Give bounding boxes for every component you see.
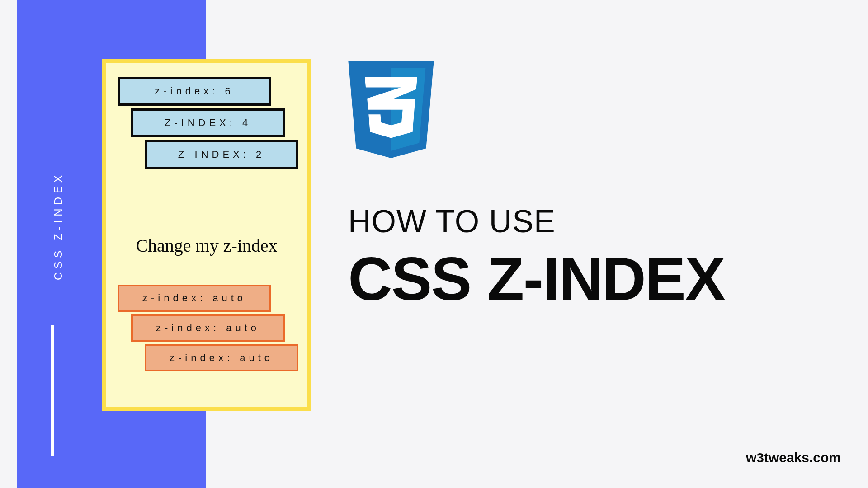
site-credit: w3tweaks.com: [746, 450, 841, 465]
heading-big: CSS Z-INDEX: [348, 244, 725, 314]
zindex-box-label: z-index: 6: [155, 85, 234, 97]
zindex-box-label: Z-INDEX: 4: [165, 117, 251, 129]
zindex-card: z-index: 6 Z-INDEX: 4 Z-INDEX: 2 Change …: [102, 59, 311, 411]
zindex-box-auto: z-index: auto: [145, 344, 298, 371]
css3-icon: [348, 61, 434, 158]
zindex-box-label: Z-INDEX: 2: [178, 149, 265, 160]
heading-small: HOW TO USE: [348, 203, 556, 239]
zindex-box-4: Z-INDEX: 4: [131, 108, 285, 137]
zindex-box-6: z-index: 6: [118, 77, 271, 106]
card-caption: Change my z-index: [106, 235, 307, 256]
zindex-box-auto: z-index: auto: [131, 314, 285, 342]
zindex-box-2: Z-INDEX: 2: [145, 140, 298, 169]
zindex-box-label: z-index: auto: [156, 322, 260, 334]
zindex-box-label: z-index: auto: [142, 292, 246, 304]
stack-bottom: z-index: auto z-index: auto z-index: aut…: [118, 285, 294, 384]
stack-top: z-index: 6 Z-INDEX: 4 Z-INDEX: 2: [118, 77, 294, 176]
sidebar-label: CSS Z-INDEX: [52, 172, 65, 280]
zindex-box-auto: z-index: auto: [118, 285, 271, 312]
zindex-box-label: z-index: auto: [170, 352, 274, 364]
sidebar-line: [51, 325, 54, 456]
